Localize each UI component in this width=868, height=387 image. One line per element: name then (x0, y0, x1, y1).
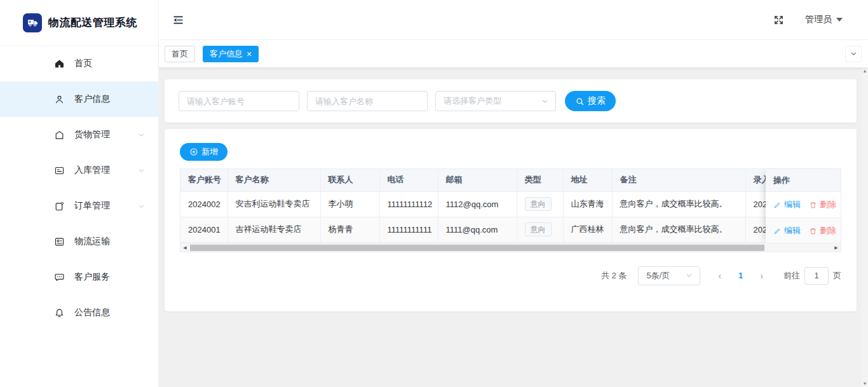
horizontal-scrollbar-thumb[interactable] (190, 245, 764, 251)
current-page-button[interactable]: 1 (733, 271, 749, 280)
tab-home[interactable]: 首页 (165, 46, 195, 62)
column-header: 联系人 (320, 169, 379, 191)
tabs-dropdown-button[interactable] (845, 46, 862, 62)
search-button[interactable]: 搜索 (565, 91, 616, 111)
chevron-down-icon (137, 131, 146, 139)
operations-column-header: 操作 (766, 169, 841, 192)
add-button[interactable]: 新增 (180, 143, 227, 161)
operations-cell: 编辑删除 (766, 218, 841, 244)
order-icon (54, 201, 65, 212)
next-page-button[interactable]: › (754, 271, 769, 281)
column-header: 地址 (563, 169, 612, 191)
fullscreen-icon[interactable] (773, 15, 784, 25)
column-header: 备注 (612, 169, 745, 191)
table-row: 2024001吉祥运动鞋专卖店杨青青111111111111111@qq.com… (180, 217, 841, 242)
cell-contact: 杨青青 (320, 217, 379, 242)
type-tag: 意向 (525, 197, 552, 211)
sidebar-item-label: 客户服务 (74, 271, 110, 283)
cell-remark: 意向客户，成交概率比较高。 (612, 217, 745, 242)
scroll-up-arrow-icon[interactable]: ▲ (862, 69, 868, 73)
table-panel: 新增 客户账号客户名称联系人电话邮箱类型地址备注录入时间 2024002安吉利运… (165, 129, 857, 311)
data-table: 客户账号客户名称联系人电话邮箱类型地址备注录入时间 2024002安吉利运动鞋专… (180, 169, 841, 243)
sidebar-item-label: 货物管理 (74, 129, 110, 140)
topbar: 管理员 (159, 0, 868, 40)
app-title: 物流配送管理系统 (48, 15, 137, 30)
delete-button[interactable]: 删除 (809, 199, 836, 210)
scroll-left-arrow-icon[interactable]: ◀ (180, 243, 189, 252)
sidebar-item-label: 首页 (74, 58, 92, 69)
sidebar-item-order[interactable]: 订单管理 (0, 188, 158, 224)
chevron-down-icon (137, 202, 146, 210)
sidebar-item-label: 入库管理 (74, 165, 110, 176)
operations-cell: 编辑删除 (766, 192, 841, 218)
table-horizontal-scrollbar[interactable]: ◀ ▶ (180, 243, 841, 252)
pagination-total: 共 2 条 (601, 270, 627, 282)
user-name: 管理员 (805, 14, 832, 25)
cell-type: 意向 (517, 217, 563, 242)
customer-table: 客户账号客户名称联系人电话邮箱类型地址备注录入时间 2024002安吉利运动鞋专… (180, 168, 841, 252)
service-icon (54, 272, 65, 283)
transport-icon (54, 236, 65, 247)
sidebar-fold-icon[interactable] (172, 14, 184, 26)
sidebar-item-label: 订单管理 (74, 200, 110, 212)
edit-button[interactable]: 编辑 (773, 199, 801, 210)
sidebar-item-goods[interactable]: 货物管理 (0, 117, 158, 153)
prev-page-button[interactable]: ‹ (712, 271, 727, 281)
pagination: 共 2 条 5条/页 ‹ 1 › 前往 页 (180, 266, 841, 285)
cell-email: 1112@qq.com (438, 191, 517, 217)
close-icon[interactable]: × (247, 50, 252, 58)
customer-name-input[interactable] (307, 91, 428, 111)
customer-type-select[interactable]: 请选择客户类型 (435, 91, 556, 111)
search-button-label: 搜索 (588, 95, 606, 107)
tab-label: 客户信息 (210, 48, 243, 60)
cell-address: 广西桂林 (563, 217, 612, 242)
edit-icon (773, 201, 782, 209)
delete-icon (809, 201, 817, 209)
edit-button[interactable]: 编辑 (773, 225, 801, 236)
cell-name: 吉祥运动鞋专卖店 (227, 217, 320, 242)
cell-remark: 意向客户，成交概率比较高。 (612, 191, 745, 217)
cell-phone: 11111111112 (379, 191, 438, 217)
chevron-down-icon (137, 166, 146, 175)
edit-icon (773, 227, 782, 235)
column-header: 客户名称 (227, 169, 320, 191)
chevron-down-icon (685, 271, 693, 280)
table-fixed-operations-column: 操作编辑删除编辑删除 (766, 169, 841, 244)
sidebar-item-service[interactable]: 客户服务 (0, 259, 158, 295)
search-panel: 请选择客户类型 搜索 (165, 79, 857, 123)
sidebar-item-transport[interactable]: 物流运输 (0, 224, 158, 259)
table-row: 2024002安吉利运动鞋专卖店李小萌111111111121112@qq.co… (180, 191, 841, 217)
delete-button[interactable]: 删除 (809, 225, 836, 236)
customer-account-input[interactable] (179, 91, 299, 111)
type-tag: 意向 (525, 222, 552, 236)
scroll-down-arrow-icon[interactable]: ▼ (862, 381, 868, 386)
tab-customer-info[interactable]: 客户信息× (203, 46, 259, 62)
customer-icon (54, 94, 65, 105)
cell-contact: 李小萌 (320, 191, 379, 217)
sidebar-item-label: 物流运输 (74, 236, 110, 247)
sidebar: 物流配送管理系统 首页客户信息货物管理入库管理订单管理物流运输客户服务公告信息 (0, 0, 159, 387)
sidebar-item-inbound[interactable]: 入库管理 (0, 153, 158, 188)
page-jump-input[interactable] (804, 267, 829, 285)
cell-account: 2024002 (180, 191, 227, 217)
cell-address: 山东青海 (563, 191, 612, 217)
sidebar-item-customer-info[interactable]: 客户信息 (0, 81, 158, 117)
page-size-value: 5条/页 (646, 270, 670, 282)
sidebar-item-home[interactable]: 首页 (0, 46, 158, 81)
app-window: 物流配送管理系统 首页客户信息货物管理入库管理订单管理物流运输客户服务公告信息 … (0, 0, 868, 387)
page-vertical-scrollbar[interactable]: ▲ ▼ (862, 68, 868, 387)
user-dropdown[interactable]: 管理员 (805, 14, 843, 25)
cell-phone: 11111111111 (379, 217, 438, 242)
page-size-select[interactable]: 5条/页 (638, 266, 700, 285)
sidebar-item-label: 公告信息 (74, 307, 110, 318)
chevron-down-icon (541, 97, 549, 105)
column-header: 类型 (517, 169, 563, 191)
scroll-right-arrow-icon[interactable]: ▶ (832, 243, 841, 252)
cell-name: 安吉利运动鞋专卖店 (227, 191, 320, 217)
cell-email: 1111@qq.com (438, 217, 517, 242)
app-brand: 物流配送管理系统 (0, 0, 158, 46)
sidebar-item-notice[interactable]: 公告信息 (0, 295, 158, 330)
truck-logo-icon (23, 13, 42, 32)
cell-type: 意向 (517, 191, 563, 217)
caret-down-icon (836, 18, 843, 22)
